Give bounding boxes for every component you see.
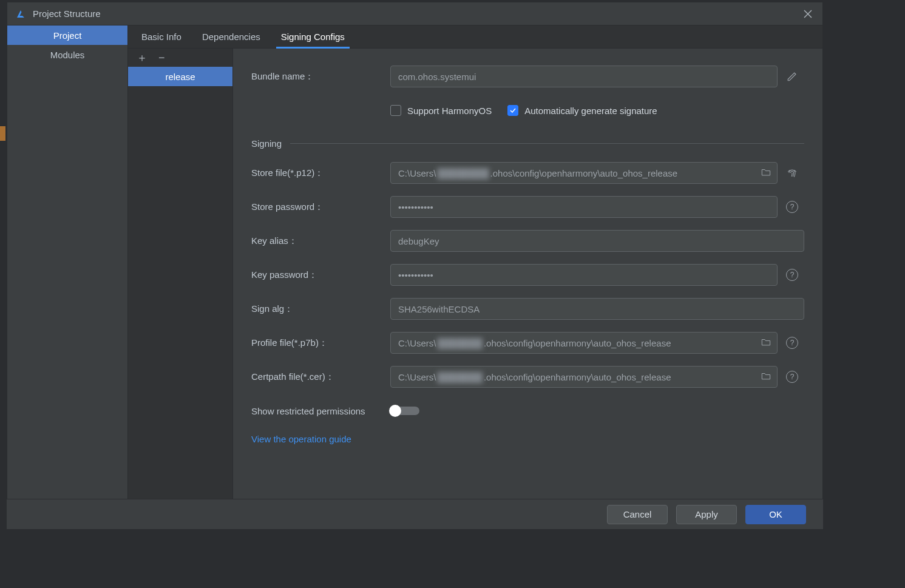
key-password-input[interactable]: ••••••••••• <box>390 264 778 286</box>
toggle-track <box>390 407 419 415</box>
row-show-restricted: Show restricted permissions <box>251 400 804 422</box>
tab-signing-configs[interactable]: Signing Configs <box>276 25 350 48</box>
apply-button[interactable]: Apply <box>676 505 737 524</box>
store-password-input[interactable]: ••••••••••• <box>390 196 778 218</box>
window-title: Project Structure <box>33 8 801 19</box>
row-store-file: Store file(*.p12)： C:\Users\████████.oho… <box>251 162 804 184</box>
help-icon[interactable]: ? <box>780 201 804 213</box>
support-harmonyos-label: Support HarmonyOS <box>407 106 492 116</box>
folder-icon[interactable] <box>761 168 771 178</box>
config-item-release[interactable]: release <box>128 67 232 86</box>
help-icon[interactable]: ? <box>780 371 804 383</box>
category-nav: Project Modules <box>7 25 128 529</box>
row-bundle-name: Bundle name： com.ohos.systemui <box>251 66 804 87</box>
signing-form: Bundle name： com.ohos.systemui Support H… <box>233 49 822 529</box>
auto-gen-signature-checkbox[interactable]: Automatically generate signature <box>507 105 657 116</box>
project-structure-dialog: Project Structure Project Modules Basic … <box>7 2 823 530</box>
remove-config-icon[interactable]: − <box>158 52 165 63</box>
folder-icon[interactable] <box>761 372 771 382</box>
nav-item-project[interactable]: Project <box>7 25 127 45</box>
certpath-file-input[interactable]: C:\Users\███████.ohos\config\openharmony… <box>390 366 778 388</box>
row-options: Support HarmonyOS Automatically generate… <box>251 100 804 121</box>
store-file-label: Store file(*.p12)： <box>251 167 388 179</box>
ok-button[interactable]: OK <box>745 505 806 524</box>
store-password-label: Store password： <box>251 201 388 213</box>
config-tools: ＋ − <box>128 49 232 67</box>
tab-dependencies[interactable]: Dependencies <box>197 25 265 48</box>
show-restricted-toggle[interactable] <box>390 407 804 415</box>
editor-marker <box>0 126 5 141</box>
store-file-suffix: .ohos\config\openharmony\auto_ohos_relea… <box>490 168 678 178</box>
close-icon[interactable] <box>801 7 815 21</box>
tab-basic-info[interactable]: Basic Info <box>137 25 186 48</box>
profile-file-label: Profile file(*.p7b)： <box>251 337 388 349</box>
bundle-name-label: Bundle name： <box>251 71 388 83</box>
tab-content: ＋ − release Bundle name： com.ohos.system… <box>128 49 822 529</box>
row-certpath-file: Certpath file(*.cer)： C:\Users\███████.o… <box>251 366 804 388</box>
store-file-prefix: C:\Users\ <box>398 168 436 178</box>
cancel-button[interactable]: Cancel <box>607 505 668 524</box>
row-key-password: Key password： ••••••••••• ? <box>251 264 804 286</box>
key-alias-input[interactable]: debugKey <box>390 230 804 252</box>
redacted-text: ████████ <box>438 168 489 178</box>
divider <box>290 143 804 144</box>
signing-section-header: Signing <box>251 138 804 149</box>
titlebar: Project Structure <box>7 2 822 25</box>
key-alias-label: Key alias： <box>251 235 388 247</box>
profile-file-suffix: .ohos\config\openharmony\auto_ohos_relea… <box>484 338 671 348</box>
nav-item-modules[interactable]: Modules <box>7 45 127 64</box>
sign-alg-value: SHA256withECDSA <box>398 304 480 314</box>
folder-icon[interactable] <box>761 338 771 348</box>
auto-gen-label: Automatically generate signature <box>524 106 657 116</box>
row-guide-link: View the operation guide <box>251 434 804 445</box>
app-logo <box>15 8 27 20</box>
sign-alg-input[interactable]: SHA256withECDSA <box>390 298 804 320</box>
help-icon[interactable]: ? <box>780 337 804 349</box>
support-harmonyos-checkbox[interactable]: Support HarmonyOS <box>390 105 492 116</box>
fingerprint-icon[interactable] <box>780 167 804 179</box>
add-config-icon[interactable]: ＋ <box>137 52 147 63</box>
certpath-file-prefix: C:\Users\ <box>398 372 436 382</box>
edit-icon[interactable] <box>780 71 804 82</box>
dialog-footer: Cancel Apply OK <box>7 499 823 529</box>
certpath-file-label: Certpath file(*.cer)： <box>251 371 388 383</box>
editor-gutter <box>0 0 7 588</box>
key-password-value: ••••••••••• <box>398 270 433 280</box>
show-restricted-label: Show restricted permissions <box>251 406 388 416</box>
profile-file-prefix: C:\Users\ <box>398 338 436 348</box>
row-sign-alg: Sign alg： SHA256withECDSA <box>251 298 804 320</box>
key-alias-value: debugKey <box>398 236 439 246</box>
options-group: Support HarmonyOS Automatically generate… <box>390 105 804 116</box>
operation-guide-link[interactable]: View the operation guide <box>251 434 351 444</box>
bundle-name-input[interactable]: com.ohos.systemui <box>390 66 778 87</box>
key-password-label: Key password： <box>251 269 388 281</box>
help-icon[interactable]: ? <box>780 269 804 281</box>
row-store-password: Store password： ••••••••••• ? <box>251 196 804 218</box>
signing-header-label: Signing <box>251 138 282 149</box>
redacted-text: ███████ <box>438 338 483 348</box>
redacted-text: ███████ <box>438 372 483 382</box>
sign-alg-label: Sign alg： <box>251 303 388 315</box>
bundle-name-value: com.ohos.systemui <box>398 72 476 82</box>
certpath-file-suffix: .ohos\config\openharmony\auto_ohos_relea… <box>484 372 671 382</box>
row-profile-file: Profile file(*.p7b)： C:\Users\███████.oh… <box>251 332 804 354</box>
profile-file-input[interactable]: C:\Users\███████.ohos\config\openharmony… <box>390 332 778 354</box>
tabs: Basic Info Dependencies Signing Configs <box>128 25 822 49</box>
content-pane: Basic Info Dependencies Signing Configs … <box>128 25 822 529</box>
checkbox-checked-icon <box>507 105 518 116</box>
store-password-value: ••••••••••• <box>398 202 433 212</box>
dialog-body: Project Modules Basic Info Dependencies … <box>7 25 822 529</box>
store-file-input[interactable]: C:\Users\████████.ohos\config\openharmon… <box>390 162 778 184</box>
toggle-knob <box>389 405 401 417</box>
checkbox-icon <box>390 105 401 116</box>
signing-config-list: ＋ − release <box>128 49 233 529</box>
row-key-alias: Key alias： debugKey <box>251 230 804 252</box>
